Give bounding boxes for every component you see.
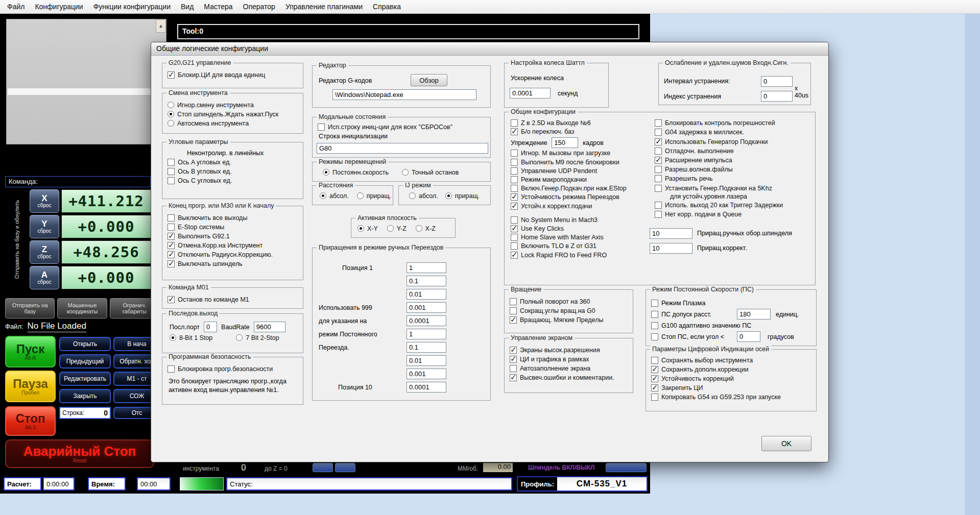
cv-tolerance-input[interactable]	[737, 309, 771, 320]
checkbox[interactable]	[655, 138, 662, 145]
checkbox-row[interactable]: Нет корр. подачи в Queue	[655, 211, 813, 219]
checkbox[interactable]	[511, 185, 518, 192]
axis-zero-button[interactable]: Z сброс	[30, 240, 59, 264]
command-bar[interactable]: Команда:	[5, 176, 151, 187]
checkbox[interactable]	[511, 159, 518, 166]
scroll-up-icon[interactable]: ▲	[156, 19, 166, 33]
radio-button[interactable]	[320, 192, 326, 199]
checkbox-row[interactable]: Использовать Генератор Подкачки	[655, 138, 813, 146]
checkbox[interactable]	[511, 242, 518, 250]
checkbox-row[interactable]: Останов по команде M1	[168, 296, 303, 304]
menu-item[interactable]: Конфигурации	[30, 1, 88, 12]
checkbox-row[interactable]: Разреш.волнов.файлы	[655, 166, 813, 174]
checkbox[interactable]	[655, 148, 662, 155]
line-number-box[interactable]: Строка: 0	[59, 407, 111, 419]
serial-port-input[interactable]	[204, 322, 217, 332]
checkbox[interactable]	[510, 347, 517, 354]
checkbox[interactable]	[511, 150, 518, 157]
checkbox[interactable]	[651, 357, 658, 364]
radio-button[interactable]	[445, 192, 452, 199]
checkbox-row[interactable]: Сохранять дополн.коррекции	[651, 366, 816, 374]
menu-item[interactable]: Файл	[2, 1, 30, 12]
radio-row[interactable]: абсол.	[320, 192, 349, 200]
ok-button[interactable]: OK	[761, 436, 811, 451]
checkbox[interactable]	[511, 119, 518, 127]
stop-button[interactable]: Стоп Alt-S	[5, 406, 56, 436]
lookahead-input[interactable]	[552, 137, 578, 148]
jog-increment-input[interactable]	[407, 262, 446, 273]
radio-row[interactable]: X-Z	[416, 225, 436, 233]
axis-dro-value[interactable]: +0.000	[61, 215, 151, 238]
checkbox[interactable]	[511, 167, 518, 175]
checkbox[interactable]	[511, 234, 518, 241]
radio-button[interactable]	[323, 169, 329, 176]
checkbox[interactable]	[655, 119, 662, 127]
baudrate-input[interactable]	[254, 322, 285, 332]
checkbox-row[interactable]: Установить Генер.Подкачки на 5Khzдля уст…	[655, 185, 813, 201]
checkbox-row[interactable]: ЦИ и графика в рамках	[510, 356, 633, 363]
radio-button[interactable]	[409, 192, 416, 199]
checkbox-row[interactable]: Выполнить M9 после блокировки	[511, 159, 650, 166]
checkbox-row[interactable]: Home Slave with Master Axis	[511, 234, 650, 241]
checkbox[interactable]	[651, 366, 658, 373]
cycle-start-button[interactable]: Пуск Alt-R	[5, 336, 56, 367]
checkbox-row[interactable]: Выключить все выходы	[168, 214, 303, 222]
checkbox-row[interactable]: Устойчивость режима Переездов	[511, 193, 650, 201]
checkbox-row[interactable]: Закрепить ЦИ	[651, 384, 816, 392]
radio-button[interactable]	[236, 334, 243, 341]
checkbox-row[interactable]: Ось B угловых ед.	[168, 168, 303, 176]
menu-item[interactable]: Функции конфигурации	[88, 1, 176, 12]
axis-zero-button[interactable]: A сброс	[30, 266, 59, 289]
checkbox-row[interactable]: Исп.строку иниц-ции для всех "СБРОСов"	[318, 124, 490, 131]
checkbox-row[interactable]: Управление UDP Pendent	[511, 167, 650, 175]
checkbox-row[interactable]: Игнор. M вызовы при загрузке	[511, 150, 650, 157]
checkbox-row[interactable]: Режим макроподкачки	[511, 176, 650, 184]
checkbox[interactable]	[511, 225, 518, 232]
reference-button[interactable]: Отправить на базу	[5, 298, 55, 318]
radio-row[interactable]: Стоп шпиндель.Ждать нажат.Пуск	[168, 111, 303, 118]
ref-all-home-strip[interactable]: Отправить на базу и обнулить	[5, 189, 29, 291]
menu-item[interactable]: Мастера	[199, 1, 237, 12]
checkbox-row[interactable]: Ось A угловых ед.	[168, 159, 303, 166]
radio-button[interactable]	[416, 225, 422, 232]
jog-increment-input[interactable]	[407, 355, 446, 366]
checkbox[interactable]	[651, 322, 658, 329]
checkbox[interactable]	[510, 316, 517, 324]
checkbox-row[interactable]: Lock Rapid FRO to Feed FRO	[511, 252, 650, 259]
checkbox[interactable]	[510, 356, 517, 363]
checkbox-row[interactable]: Отмена.Корр.на Инструмент	[168, 242, 303, 250]
radio-row[interactable]: 8-Bit 1 Stop	[170, 334, 212, 342]
checkbox[interactable]	[168, 260, 175, 267]
checkbox[interactable]	[655, 175, 662, 182]
checkbox-row[interactable]: Z в 2.5D на Выходе №6	[511, 119, 650, 127]
menu-item[interactable]: Управление плагинами	[280, 1, 368, 12]
menu-item[interactable]: Вид	[176, 1, 199, 12]
jog-mode-button[interactable]	[313, 463, 333, 472]
checkbox[interactable]	[510, 365, 517, 372]
feed-hold-button[interactable]: Пауза Пробел	[5, 371, 56, 402]
checkbox[interactable]	[511, 176, 518, 183]
jog-increment-input[interactable]	[407, 276, 446, 286]
checkbox[interactable]	[510, 307, 517, 314]
gcode-control-button[interactable]: Открыть	[59, 337, 111, 351]
checkbox-row[interactable]: Высвеч.ошибки и комментарии.	[510, 374, 633, 382]
checkbox[interactable]	[655, 157, 662, 164]
radio-row[interactable]: приращ.	[445, 192, 480, 200]
radio-button[interactable]	[387, 225, 394, 232]
checkbox[interactable]	[651, 394, 658, 401]
checkbox[interactable]	[651, 311, 658, 318]
checkbox[interactable]	[168, 251, 175, 258]
checkbox-row[interactable]: ПС допуск расст. единиц.	[651, 309, 816, 320]
checkbox-row[interactable]: Use Key Clicks	[511, 225, 650, 233]
debounce-interval-input[interactable]	[761, 76, 793, 87]
checkbox[interactable]	[510, 298, 517, 305]
checkbox-row[interactable]: Ось C угловых ед.	[168, 177, 303, 185]
checkbox[interactable]	[511, 216, 518, 224]
radio-row[interactable]: 7 Bit 2-Stop	[236, 334, 279, 342]
jog-increment-input[interactable]	[407, 329, 446, 339]
checkbox[interactable]	[655, 166, 662, 173]
radio-button[interactable]	[168, 102, 174, 108]
checkbox[interactable]	[168, 296, 175, 303]
browse-button[interactable]: Обзор	[411, 74, 447, 86]
dialog-title-bar[interactable]: Общие логические конфигурации	[151, 42, 828, 56]
